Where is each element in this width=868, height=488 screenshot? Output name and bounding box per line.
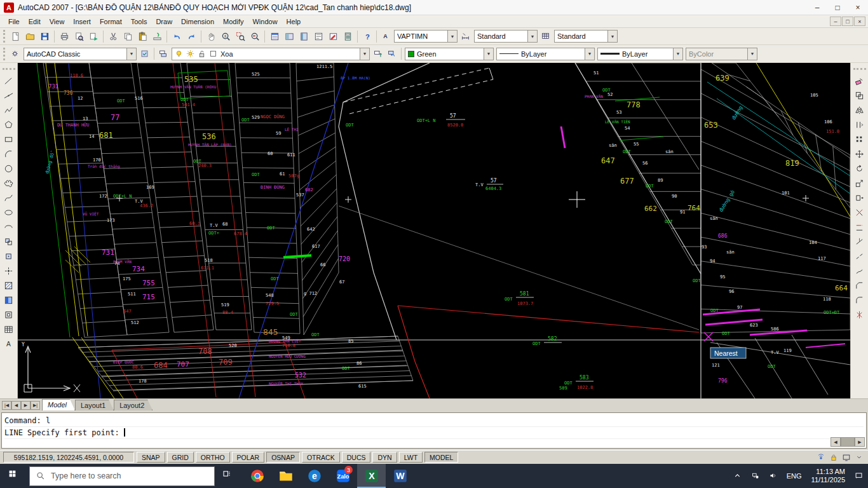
status-toggle-dyn[interactable]: DYN <box>372 452 397 463</box>
plot-preview-button[interactable] <box>72 29 86 43</box>
status-toggle-snap[interactable]: SNAP <box>137 452 165 463</box>
language-indicator[interactable]: ENG <box>782 464 806 488</box>
open-button[interactable] <box>23 29 37 43</box>
undo-button[interactable] <box>170 29 184 43</box>
array-button[interactable] <box>853 132 867 146</box>
polyline-button[interactable] <box>2 103 16 117</box>
workspace-gear-icon[interactable] <box>8 47 22 61</box>
cut-button[interactable] <box>106 29 120 43</box>
minimize-button[interactable]: – <box>807 0 827 15</box>
construction-line-button[interactable] <box>2 88 16 102</box>
dim-style-icon[interactable] <box>459 29 473 43</box>
menu-item-format[interactable]: Format <box>95 17 126 27</box>
cad-drawing[interactable]: 5355366817784570870968470773475571573173… <box>18 63 850 398</box>
drawing-area[interactable]: 5355366817784570870968470773475571573173… <box>18 63 850 398</box>
toolbar-grip[interactable] <box>3 30 6 43</box>
plot-button[interactable] <box>57 29 71 43</box>
gradient-button[interactable] <box>2 293 16 307</box>
tab-first-button[interactable]: |◀ <box>2 401 11 410</box>
tab-last-button[interactable]: ▶| <box>31 401 40 410</box>
padlock-icon[interactable] <box>828 452 839 463</box>
mdi-minimize-button[interactable]: – <box>830 17 841 26</box>
mdi-restore-button[interactable]: □ <box>842 17 853 26</box>
markup-button[interactable] <box>326 29 340 43</box>
menu-item-file[interactable]: File <box>4 17 24 27</box>
status-toggle-otrack[interactable]: OTRACK <box>302 452 340 463</box>
circle-button[interactable] <box>2 161 16 175</box>
arc-button[interactable] <box>2 147 16 161</box>
insert-block-button[interactable] <box>2 234 16 248</box>
toolbar-grip[interactable] <box>3 68 15 71</box>
rotate-button[interactable] <box>853 161 867 175</box>
trim-button[interactable] <box>853 205 867 219</box>
zoom-window-button[interactable] <box>233 29 247 43</box>
menu-item-view[interactable]: View <box>45 17 69 27</box>
extend-button[interactable] <box>853 220 867 234</box>
coordinates-readout[interactable]: 595182.1519, 1202245.4591, 0.0000 <box>3 452 134 463</box>
copy-button[interactable] <box>121 29 135 43</box>
match-properties-button[interactable] <box>150 29 164 43</box>
chevron-down-icon[interactable]: ▼ <box>484 48 493 60</box>
make-block-button[interactable] <box>2 249 16 263</box>
scale-button[interactable] <box>853 176 867 190</box>
text-style-icon[interactable]: A <box>379 29 393 43</box>
task-view-button[interactable] <box>215 464 243 488</box>
fillet-button[interactable] <box>853 293 867 307</box>
stretch-button[interactable] <box>853 191 867 205</box>
chrome-taskbar-icon[interactable] <box>243 464 271 488</box>
status-toggle-model[interactable]: MODEL <box>424 452 458 463</box>
workspace-combo[interactable]: AutoCAD Classic ▼ <box>24 48 137 60</box>
layer-on-bulb-icon[interactable] <box>175 50 184 58</box>
hatch-button[interactable] <box>2 278 16 292</box>
menu-item-dimension[interactable]: Dimension <box>177 17 219 27</box>
menu-item-tools[interactable]: Tools <box>126 17 152 27</box>
lineweight-combo[interactable]: ByLayer ▼ <box>597 48 683 60</box>
publish-button[interactable] <box>86 29 100 43</box>
break-at-point-button[interactable] <box>853 234 867 248</box>
offset-button[interactable] <box>853 118 867 132</box>
qnew-button[interactable] <box>8 29 22 43</box>
edge-taskbar-icon[interactable]: e <box>300 464 329 488</box>
layer-combo[interactable]: Xoa ▼ <box>172 48 370 60</box>
layer-previous-icon[interactable] <box>385 47 399 61</box>
mdi-close-button[interactable]: × <box>854 17 865 26</box>
move-button[interactable] <box>853 147 867 161</box>
status-toggle-ortho[interactable]: ORTHO <box>196 452 230 463</box>
break-button[interactable] <box>853 249 867 263</box>
table-style-icon[interactable] <box>539 29 553 43</box>
pan-button[interactable] <box>204 29 218 43</box>
join-button[interactable] <box>853 264 867 278</box>
network-icon[interactable] <box>747 464 764 488</box>
properties-button[interactable] <box>268 29 281 43</box>
chevron-down-icon[interactable]: ▼ <box>607 30 617 42</box>
polygon-button[interactable] <box>2 118 16 132</box>
status-toggle-grid[interactable]: GRID <box>167 452 194 463</box>
status-toggle-polar[interactable]: POLAR <box>232 452 265 463</box>
make-object-layer-current-icon[interactable] <box>371 47 385 61</box>
chevron-down-icon[interactable]: ▼ <box>360 48 369 60</box>
ellipse-arc-button[interactable] <box>2 220 16 234</box>
zoom-previous-button[interactable] <box>248 29 262 43</box>
tab-model[interactable]: Model <box>42 399 75 410</box>
file-explorer-taskbar-icon[interactable] <box>271 464 300 488</box>
command-scroll-right-button[interactable]: ▶ <box>855 437 865 447</box>
layer-unlock-icon[interactable] <box>198 50 207 58</box>
save-button[interactable] <box>37 29 51 43</box>
color-combo[interactable]: Green ▼ <box>405 48 494 60</box>
text-style-combo[interactable]: VAPTIMN ▼ <box>394 30 458 43</box>
linetype-combo[interactable]: ByLayer ▼ <box>496 48 595 60</box>
explode-button[interactable] <box>853 308 867 322</box>
menu-item-edit[interactable]: Edit <box>24 17 45 27</box>
taskbar-search[interactable]: Type here to search <box>29 466 215 486</box>
chevron-down-icon[interactable]: ▼ <box>447 30 457 42</box>
design-center-button[interactable] <box>282 29 296 43</box>
chamfer-button[interactable] <box>853 278 867 292</box>
chevron-down-icon[interactable]: ▼ <box>673 48 682 60</box>
dim-style-combo[interactable]: Standard ▼ <box>474 30 538 43</box>
sheet-set-manager-button[interactable] <box>311 29 325 43</box>
table-style-combo[interactable]: Standard ▼ <box>554 30 618 43</box>
command-scroll-left-button[interactable]: ◀ <box>831 437 841 447</box>
tool-palettes-button[interactable] <box>297 29 311 43</box>
zoom-realtime-button[interactable]: ± <box>219 29 233 43</box>
tab-layout1[interactable]: Layout1 <box>75 400 114 410</box>
